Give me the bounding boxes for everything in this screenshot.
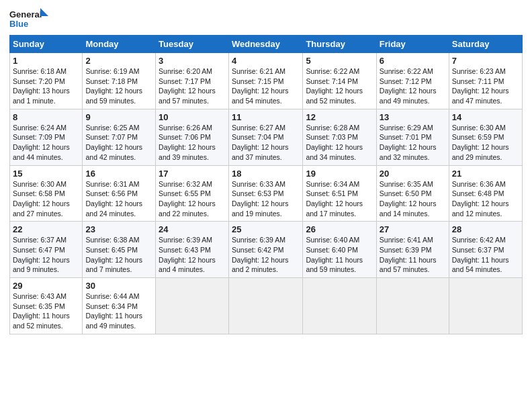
day-number: 6 [380, 56, 446, 66]
day-number: 17 [159, 169, 226, 179]
day-detail: Sunrise: 6:29 AM Sunset: 7:01 PM Dayligh… [380, 123, 446, 163]
calendar-cell: 22Sunrise: 6:37 AM Sunset: 6:47 PM Dayli… [10, 222, 83, 278]
day-detail: Sunrise: 6:33 AM Sunset: 6:53 PM Dayligh… [232, 179, 300, 219]
day-number: 21 [452, 169, 519, 179]
day-detail: Sunrise: 6:25 AM Sunset: 7:07 PM Dayligh… [85, 123, 152, 163]
calendar-container: GeneralBlue SundayMondayTuesdayWednesday… [0, 0, 532, 341]
day-number: 16 [85, 169, 152, 179]
calendar-cell: 9Sunrise: 6:25 AM Sunset: 7:07 PM Daylig… [83, 109, 156, 165]
day-detail: Sunrise: 6:21 AM Sunset: 7:15 PM Dayligh… [232, 66, 300, 106]
day-number: 30 [85, 281, 152, 291]
logo: GeneralBlue [9, 7, 50, 31]
day-number: 18 [232, 169, 300, 179]
calendar-cell: 10Sunrise: 6:26 AM Sunset: 7:06 PM Dayli… [156, 109, 229, 165]
day-number: 28 [452, 224, 519, 234]
day-detail: Sunrise: 6:38 AM Sunset: 6:45 PM Dayligh… [85, 235, 152, 275]
day-detail: Sunrise: 6:37 AM Sunset: 6:47 PM Dayligh… [13, 235, 79, 275]
calendar-cell: 17Sunrise: 6:32 AM Sunset: 6:55 PM Dayli… [156, 165, 229, 222]
day-number: 22 [13, 224, 79, 234]
day-detail: Sunrise: 6:42 AM Sunset: 6:37 PM Dayligh… [452, 235, 519, 275]
day-number: 19 [306, 169, 373, 179]
calendar-cell: 30Sunrise: 6:44 AM Sunset: 6:34 PM Dayli… [83, 278, 156, 334]
day-number: 24 [159, 224, 226, 234]
calendar-cell [449, 278, 522, 334]
svg-marker-2 [40, 8, 48, 16]
calendar-cell: 26Sunrise: 6:40 AM Sunset: 6:40 PM Dayli… [303, 222, 376, 278]
calendar-cell [376, 278, 449, 334]
calendar-cell: 27Sunrise: 6:41 AM Sunset: 6:39 PM Dayli… [376, 222, 449, 278]
day-number: 8 [13, 112, 79, 122]
calendar-cell [156, 278, 229, 334]
day-detail: Sunrise: 6:43 AM Sunset: 6:35 PM Dayligh… [13, 291, 79, 331]
day-detail: Sunrise: 6:35 AM Sunset: 6:50 PM Dayligh… [380, 179, 446, 219]
weekday-saturday: Saturday [449, 36, 522, 53]
day-number: 26 [306, 224, 373, 234]
day-number: 20 [380, 169, 446, 179]
day-detail: Sunrise: 6:27 AM Sunset: 7:04 PM Dayligh… [232, 123, 300, 163]
day-number: 15 [13, 169, 79, 179]
day-detail: Sunrise: 6:39 AM Sunset: 6:42 PM Dayligh… [232, 235, 300, 275]
day-detail: Sunrise: 6:30 AM Sunset: 6:58 PM Dayligh… [13, 179, 79, 219]
calendar-cell: 6Sunrise: 6:22 AM Sunset: 7:12 PM Daylig… [376, 53, 449, 109]
calendar-cell: 8Sunrise: 6:24 AM Sunset: 7:09 PM Daylig… [10, 109, 83, 165]
calendar-cell: 16Sunrise: 6:31 AM Sunset: 6:56 PM Dayli… [83, 165, 156, 222]
calendar-cell: 3Sunrise: 6:20 AM Sunset: 7:17 PM Daylig… [156, 53, 229, 109]
calendar-cell: 28Sunrise: 6:42 AM Sunset: 6:37 PM Dayli… [449, 222, 522, 278]
calendar-cell: 23Sunrise: 6:38 AM Sunset: 6:45 PM Dayli… [83, 222, 156, 278]
day-detail: Sunrise: 6:22 AM Sunset: 7:12 PM Dayligh… [380, 66, 446, 106]
weekday-monday: Monday [83, 36, 156, 53]
calendar-cell [228, 278, 302, 334]
weekday-thursday: Thursday [303, 36, 376, 53]
day-detail: Sunrise: 6:19 AM Sunset: 7:18 PM Dayligh… [85, 66, 152, 106]
day-number: 10 [159, 112, 226, 122]
day-number: 3 [159, 56, 226, 66]
calendar-cell: 2Sunrise: 6:19 AM Sunset: 7:18 PM Daylig… [83, 53, 156, 109]
calendar-body: 1Sunrise: 6:18 AM Sunset: 7:20 PM Daylig… [10, 53, 523, 334]
calendar-cell: 15Sunrise: 6:30 AM Sunset: 6:58 PM Dayli… [10, 165, 83, 222]
day-number: 4 [232, 56, 300, 66]
calendar-cell: 21Sunrise: 6:36 AM Sunset: 6:48 PM Dayli… [449, 165, 522, 222]
day-detail: Sunrise: 6:20 AM Sunset: 7:17 PM Dayligh… [159, 66, 226, 106]
weekday-sunday: Sunday [10, 36, 83, 53]
calendar-cell: 20Sunrise: 6:35 AM Sunset: 6:50 PM Dayli… [376, 165, 449, 222]
header: GeneralBlue [9, 7, 523, 31]
calendar-week-3: 15Sunrise: 6:30 AM Sunset: 6:58 PM Dayli… [10, 165, 523, 222]
day-number: 14 [452, 112, 519, 122]
day-number: 1 [13, 56, 79, 66]
weekday-friday: Friday [376, 36, 449, 53]
day-detail: Sunrise: 6:44 AM Sunset: 6:34 PM Dayligh… [85, 291, 152, 331]
calendar-cell: 11Sunrise: 6:27 AM Sunset: 7:04 PM Dayli… [228, 109, 302, 165]
day-number: 2 [85, 56, 152, 66]
day-number: 11 [232, 112, 300, 122]
day-number: 29 [13, 281, 79, 291]
day-detail: Sunrise: 6:32 AM Sunset: 6:55 PM Dayligh… [159, 179, 226, 219]
day-detail: Sunrise: 6:22 AM Sunset: 7:14 PM Dayligh… [306, 66, 373, 106]
calendar-cell: 19Sunrise: 6:34 AM Sunset: 6:51 PM Dayli… [303, 165, 376, 222]
svg-text:General: General [9, 9, 42, 19]
calendar-cell: 29Sunrise: 6:43 AM Sunset: 6:35 PM Dayli… [10, 278, 83, 334]
day-detail: Sunrise: 6:36 AM Sunset: 6:48 PM Dayligh… [452, 179, 519, 219]
calendar-table: SundayMondayTuesdayWednesdayThursdayFrid… [9, 35, 523, 334]
calendar-cell: 5Sunrise: 6:22 AM Sunset: 7:14 PM Daylig… [303, 53, 376, 109]
day-number: 5 [306, 56, 373, 66]
calendar-week-4: 22Sunrise: 6:37 AM Sunset: 6:47 PM Dayli… [10, 222, 523, 278]
calendar-cell: 25Sunrise: 6:39 AM Sunset: 6:42 PM Dayli… [228, 222, 302, 278]
calendar-cell: 18Sunrise: 6:33 AM Sunset: 6:53 PM Dayli… [228, 165, 302, 222]
weekday-header-row: SundayMondayTuesdayWednesdayThursdayFrid… [10, 36, 523, 53]
day-detail: Sunrise: 6:41 AM Sunset: 6:39 PM Dayligh… [380, 235, 446, 275]
day-detail: Sunrise: 6:30 AM Sunset: 6:59 PM Dayligh… [452, 123, 519, 163]
day-detail: Sunrise: 6:28 AM Sunset: 7:03 PM Dayligh… [306, 123, 373, 163]
day-detail: Sunrise: 6:31 AM Sunset: 6:56 PM Dayligh… [85, 179, 152, 219]
day-detail: Sunrise: 6:23 AM Sunset: 7:11 PM Dayligh… [452, 66, 519, 106]
weekday-wednesday: Wednesday [228, 36, 302, 53]
calendar-cell: 12Sunrise: 6:28 AM Sunset: 7:03 PM Dayli… [303, 109, 376, 165]
day-number: 23 [85, 224, 152, 234]
day-number: 25 [232, 224, 300, 234]
day-detail: Sunrise: 6:40 AM Sunset: 6:40 PM Dayligh… [306, 235, 373, 275]
calendar-cell: 24Sunrise: 6:39 AM Sunset: 6:43 PM Dayli… [156, 222, 229, 278]
calendar-cell: 7Sunrise: 6:23 AM Sunset: 7:11 PM Daylig… [449, 53, 522, 109]
calendar-cell: 1Sunrise: 6:18 AM Sunset: 7:20 PM Daylig… [10, 53, 83, 109]
day-detail: Sunrise: 6:39 AM Sunset: 6:43 PM Dayligh… [159, 235, 226, 275]
logo-icon: GeneralBlue [9, 7, 50, 31]
day-number: 13 [380, 112, 446, 122]
